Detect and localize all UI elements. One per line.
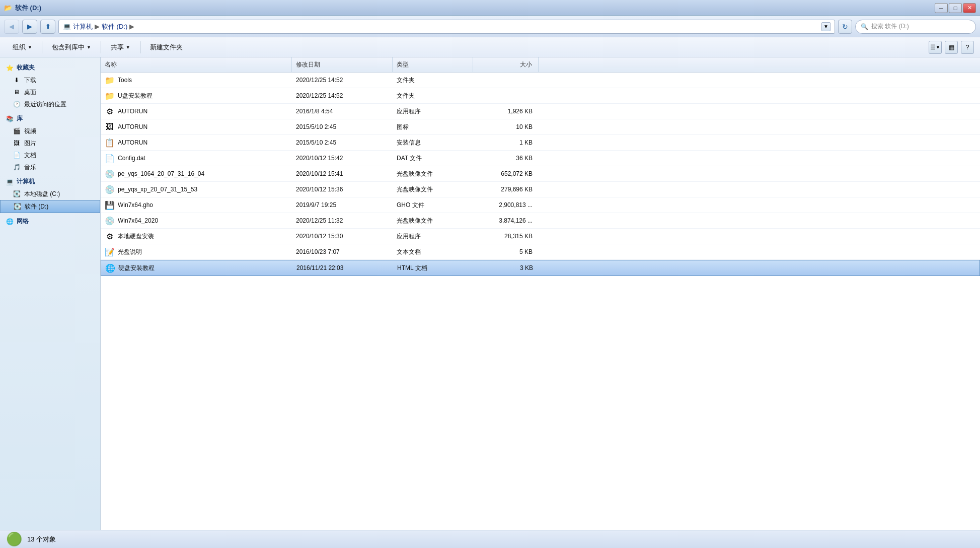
image-label: 图片 bbox=[24, 139, 36, 148]
sidebar-section-computer: 💻 计算机 💽 本地磁盘 (C:) 💽 软件 (D:) bbox=[0, 175, 100, 213]
sidebar-item-recent[interactable]: 🕐 最近访问的位置 bbox=[0, 98, 100, 110]
refresh-button[interactable]: ↻ bbox=[838, 20, 852, 34]
file-name: 硬盘安装教程 bbox=[118, 264, 155, 272]
file-type: 光盘映像文件 bbox=[393, 167, 473, 181]
breadcrumb-drive[interactable]: 软件 (D:) bbox=[102, 22, 127, 31]
sidebar-item-local-c[interactable]: 💽 本地磁盘 (C:) bbox=[0, 188, 100, 200]
toolbar-separator-1 bbox=[42, 41, 42, 53]
maximize-button[interactable]: □ bbox=[949, 3, 962, 13]
back-button[interactable]: ◀ bbox=[4, 20, 19, 34]
file-name-cell: 📝 光盘说明 bbox=[101, 244, 292, 259]
file-name-cell: ⚙ 本地硬盘安装 bbox=[101, 229, 292, 244]
table-row[interactable]: 📁 U盘安装教程 2020/12/25 14:52 文件夹 bbox=[101, 88, 980, 104]
address-dropdown-button[interactable]: ▼ bbox=[821, 22, 831, 31]
file-type: 光盘映像文件 bbox=[393, 214, 473, 228]
up-button[interactable]: ⬆ bbox=[40, 20, 55, 34]
toolbar-separator-3 bbox=[140, 41, 140, 53]
computer-nav-icon: 💻 bbox=[6, 178, 14, 185]
file-name: 光盘说明 bbox=[118, 248, 142, 256]
download-label: 下载 bbox=[24, 76, 36, 85]
col-header-name[interactable]: 名称 bbox=[101, 57, 292, 72]
file-name: Config.dat bbox=[118, 155, 145, 162]
help-button[interactable]: ? bbox=[961, 41, 974, 54]
view-options-button[interactable]: ☰ ▼ bbox=[929, 41, 942, 54]
music-icon: 🎵 bbox=[12, 163, 21, 172]
desktop-label: 桌面 bbox=[24, 88, 36, 97]
file-date: 2020/12/25 11:32 bbox=[292, 215, 393, 227]
table-row[interactable]: 💿 pe_yqs_1064_20_07_31_16_04 2020/10/12 … bbox=[101, 166, 980, 182]
sidebar-header-favorites[interactable]: ⭐ 收藏夹 bbox=[0, 61, 100, 74]
file-name-cell: 💾 Win7x64.gho bbox=[101, 197, 292, 213]
recent-icon: 🕐 bbox=[12, 100, 21, 109]
view-dropdown-icon: ▼ bbox=[936, 45, 940, 50]
library-icon: 📚 bbox=[6, 115, 14, 122]
sidebar-item-desktop[interactable]: 🖥 桌面 bbox=[0, 86, 100, 98]
sidebar-item-video[interactable]: 🎬 视频 bbox=[0, 125, 100, 137]
add-to-library-button[interactable]: 包含到库中 ▼ bbox=[45, 40, 98, 55]
col-header-size[interactable]: 大小 bbox=[473, 57, 539, 72]
html-icon: 🌐 bbox=[105, 263, 115, 273]
toolbar-separator-2 bbox=[101, 41, 101, 53]
recent-label: 最近访问的位置 bbox=[24, 100, 66, 109]
col-header-type[interactable]: 类型 bbox=[393, 57, 473, 72]
sidebar-header-library[interactable]: 📚 库 bbox=[0, 112, 100, 125]
file-name-cell: 📁 Tools bbox=[101, 73, 292, 88]
close-button[interactable]: ✕ bbox=[963, 3, 976, 13]
minimize-button[interactable]: ─ bbox=[935, 3, 948, 13]
table-row[interactable]: 💿 pe_yqs_xp_20_07_31_15_53 2020/10/12 15… bbox=[101, 182, 980, 197]
forward-button[interactable]: ▶ bbox=[22, 20, 37, 34]
table-row[interactable]: 📁 Tools 2020/12/25 14:52 文件夹 bbox=[101, 73, 980, 88]
table-row[interactable]: 🖼 AUTORUN 2015/5/10 2:45 图标 10 KB bbox=[101, 119, 980, 135]
sidebar-item-image[interactable]: 🖼 图片 bbox=[0, 137, 100, 149]
file-date: 2020/12/25 14:52 bbox=[292, 90, 393, 102]
file-name: pe_yqs_xp_20_07_31_15_53 bbox=[118, 186, 197, 193]
organize-dropdown-icon: ▼ bbox=[28, 45, 32, 50]
statusbar: 🟢 13 个对象 bbox=[0, 530, 980, 548]
file-type: HTML 文档 bbox=[393, 261, 474, 275]
favorites-label: 收藏夹 bbox=[17, 63, 35, 72]
software-d-label: 软件 (D:) bbox=[25, 202, 48, 211]
table-row[interactable]: 📄 Config.dat 2020/10/12 15:42 DAT 文件 36 … bbox=[101, 151, 980, 166]
ico-icon: 🖼 bbox=[105, 122, 115, 132]
table-row[interactable]: 💾 Win7x64.gho 2019/9/7 19:25 GHO 文件 2,90… bbox=[101, 197, 980, 213]
table-row[interactable]: ⚙ AUTORUN 2016/1/8 4:54 应用程序 1,926 KB bbox=[101, 104, 980, 119]
sidebar-item-music[interactable]: 🎵 音乐 bbox=[0, 161, 100, 173]
file-size: 28,315 KB bbox=[473, 230, 539, 242]
titlebar-controls: ─ □ ✕ bbox=[935, 3, 976, 13]
sidebar-item-download[interactable]: ⬇ 下载 bbox=[0, 74, 100, 86]
table-row[interactable]: 🌐 硬盘安装教程 2016/11/21 22:03 HTML 文档 3 KB bbox=[101, 260, 980, 276]
file-date: 2015/5/10 2:45 bbox=[292, 136, 393, 149]
share-button[interactable]: 共享 ▼ bbox=[104, 40, 137, 55]
file-name: AUTORUN bbox=[118, 123, 147, 130]
file-date: 2016/11/21 22:03 bbox=[292, 262, 393, 274]
new-folder-button[interactable]: 新建文件夹 bbox=[143, 40, 189, 55]
file-name-cell: 🌐 硬盘安装教程 bbox=[101, 260, 292, 276]
preview-pane-button[interactable]: ▦ bbox=[945, 41, 958, 54]
col-header-date[interactable]: 修改日期 bbox=[292, 57, 393, 72]
sidebar-header-network[interactable]: 🌐 网络 bbox=[0, 215, 100, 228]
file-type: 应用程序 bbox=[393, 105, 473, 118]
breadcrumb-computer[interactable]: 计算机 bbox=[73, 22, 93, 31]
file-name-cell: 💿 Win7x64_2020 bbox=[101, 213, 292, 228]
table-row[interactable]: 📝 光盘说明 2016/10/23 7:07 文本文档 5 KB bbox=[101, 244, 980, 260]
file-date: 2016/1/8 4:54 bbox=[292, 105, 393, 117]
main-layout: ⭐ 收藏夹 ⬇ 下载 🖥 桌面 🕐 最近访问的位置 📚 库 � bbox=[0, 57, 980, 530]
file-type: 文件夹 bbox=[393, 74, 473, 87]
file-date: 2020/10/12 15:42 bbox=[292, 152, 393, 164]
sidebar-item-software-d[interactable]: 💽 软件 (D:) bbox=[0, 200, 100, 213]
video-label: 视频 bbox=[24, 127, 36, 135]
address-field[interactable]: 💻 计算机 ▶ 软件 (D:) ▶ ▼ bbox=[58, 20, 835, 34]
txt-icon: 📝 bbox=[105, 247, 115, 257]
table-row[interactable]: 📋 AUTORUN 2015/5/10 2:45 安装信息 1 KB bbox=[101, 135, 980, 151]
sidebar-item-doc[interactable]: 📄 文档 bbox=[0, 149, 100, 161]
table-row[interactable]: ⚙ 本地硬盘安装 2020/10/12 15:30 应用程序 28,315 KB bbox=[101, 229, 980, 244]
file-size: 10 KB bbox=[473, 121, 539, 133]
search-box[interactable]: 🔍 搜索 软件 (D:) bbox=[855, 20, 976, 34]
file-type: 图标 bbox=[393, 120, 473, 134]
table-row[interactable]: 💿 Win7x64_2020 2020/12/25 11:32 光盘映像文件 3… bbox=[101, 213, 980, 229]
sidebar-header-computer[interactable]: 💻 计算机 bbox=[0, 175, 100, 188]
breadcrumb: 计算机 ▶ 软件 (D:) ▶ bbox=[73, 22, 135, 31]
organize-button[interactable]: 组织 ▼ bbox=[6, 40, 39, 55]
help-icon: ? bbox=[966, 44, 969, 51]
addressbar: ◀ ▶ ⬆ 💻 计算机 ▶ 软件 (D:) ▶ ▼ ↻ 🔍 搜索 软件 (D:) bbox=[0, 16, 980, 37]
